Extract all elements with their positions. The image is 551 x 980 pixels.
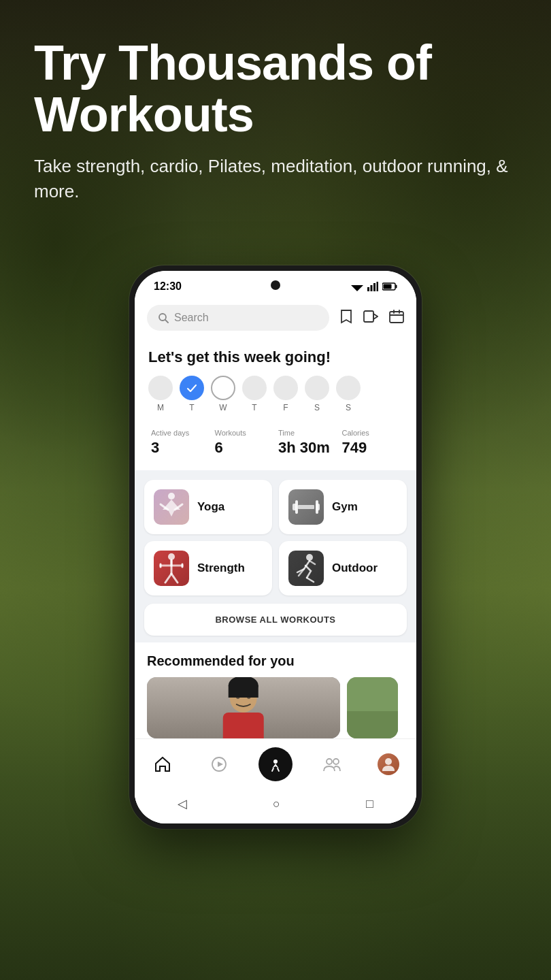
android-back[interactable]: ◁: [178, 796, 187, 811]
nav-activity[interactable]: [258, 747, 293, 781]
android-recent[interactable]: □: [366, 797, 373, 811]
svg-rect-26: [223, 713, 264, 738]
recommended-title: Recommended for you: [147, 653, 404, 669]
svg-marker-11: [373, 314, 378, 319]
stat-workouts: Workouts 6: [212, 429, 276, 457]
home-icon: [154, 757, 171, 772]
status-bar: 12:30: [135, 271, 416, 298]
stat-workouts-label: Workouts: [215, 429, 273, 437]
status-icons: [351, 282, 397, 291]
svg-line-9: [165, 320, 168, 323]
category-outdoor[interactable]: Outdoor: [279, 541, 407, 595]
phone-outer: 12:30: [129, 265, 422, 829]
search-input-wrap[interactable]: Search: [147, 305, 329, 331]
bottom-nav: [135, 738, 416, 788]
categories-section: Yoga: [135, 470, 416, 642]
svg-point-23: [306, 554, 313, 561]
svg-rect-19: [298, 505, 314, 509]
svg-point-38: [385, 758, 392, 765]
app-content: Search: [135, 298, 416, 823]
stats-row: Active days 3 Workouts 6 Time 3h 30m C: [148, 422, 403, 462]
svg-rect-1: [367, 287, 369, 291]
calendar-icon[interactable]: [389, 310, 404, 327]
day-item-T1[interactable]: T: [180, 376, 204, 412]
strength-name: Strength: [197, 561, 245, 575]
wifi-icon: [351, 282, 363, 291]
strength-thumb: [154, 551, 189, 586]
svg-marker-34: [218, 762, 223, 767]
week-days: M T: [148, 376, 403, 412]
stat-calories: Calories 749: [339, 429, 403, 457]
category-strength[interactable]: Strength: [144, 541, 272, 595]
recommended-image: [147, 677, 340, 738]
svg-marker-0: [351, 285, 363, 291]
play-icon: [211, 756, 227, 772]
stat-active-days-value: 3: [151, 439, 210, 457]
day-item-W[interactable]: W: [211, 376, 235, 412]
week-section: Let's get this week going! M: [135, 338, 416, 470]
svg-rect-10: [364, 311, 373, 322]
camera-notch: [271, 280, 280, 290]
day-item-M[interactable]: M: [148, 376, 173, 412]
nav-home[interactable]: [146, 747, 180, 781]
day-item-S2[interactable]: S: [336, 376, 361, 412]
stat-time-value: 3h 30m: [278, 439, 337, 457]
search-icon: [158, 312, 169, 323]
video-icon[interactable]: [363, 310, 378, 326]
stat-active-days: Active days 3: [148, 429, 212, 457]
week-greeting: Let's get this week going!: [148, 348, 403, 366]
stat-calories-label: Calories: [342, 429, 401, 437]
hero-subtitle: Take strength, cardio, Pilates, meditati…: [34, 154, 517, 203]
stat-calories-value: 749: [342, 439, 401, 457]
signal-icon: [367, 282, 378, 291]
recommended-card-main[interactable]: [147, 677, 340, 738]
nav-profile[interactable]: [371, 747, 405, 781]
activity-icon: [267, 756, 284, 772]
stat-active-days-label: Active days: [151, 429, 210, 437]
day-circle-T2: [242, 376, 267, 400]
yoga-thumb: [154, 489, 189, 525]
day-circle-S2: [336, 376, 361, 400]
bookmark-icon[interactable]: [340, 309, 352, 327]
profile-avatar-icon: [382, 757, 395, 772]
search-bar-row: Search: [135, 298, 416, 338]
svg-rect-12: [390, 312, 403, 323]
day-item-F[interactable]: F: [273, 376, 298, 412]
battery-icon: [382, 282, 397, 291]
category-gym[interactable]: Gym: [279, 480, 407, 534]
day-circle-F: [273, 376, 298, 400]
gym-name: Gym: [332, 500, 358, 514]
svg-rect-21: [316, 504, 320, 510]
gym-thumb: [288, 489, 324, 525]
day-circle-W: [211, 376, 235, 400]
svg-point-16: [168, 493, 175, 500]
outdoor-thumb: [288, 551, 324, 586]
day-circle-M: [148, 376, 173, 400]
day-label-T1: T: [189, 403, 194, 412]
svg-rect-30: [229, 685, 258, 698]
yoga-name: Yoga: [197, 500, 224, 514]
android-nav: ◁ ○ □: [135, 788, 416, 823]
svg-rect-18: [295, 500, 298, 514]
nav-play[interactable]: [202, 747, 236, 781]
category-yoga[interactable]: Yoga: [144, 480, 272, 534]
recommended-card-partial[interactable]: [347, 677, 399, 738]
svg-point-35: [273, 760, 278, 764]
day-label-M: M: [157, 403, 164, 412]
svg-rect-6: [396, 285, 397, 289]
android-home[interactable]: ○: [273, 797, 280, 811]
hero-section: Try Thousands of Workouts Take strength,…: [34, 37, 517, 203]
stat-workouts-value: 6: [215, 439, 273, 457]
recommended-row: [147, 677, 404, 738]
svg-point-36: [327, 759, 332, 764]
stat-time-label: Time: [278, 429, 337, 437]
status-time: 12:30: [154, 280, 182, 293]
day-item-S1[interactable]: S: [305, 376, 329, 412]
day-item-T2[interactable]: T: [242, 376, 267, 412]
nav-community[interactable]: [315, 747, 349, 781]
hero-title: Try Thousands of Workouts: [34, 37, 517, 140]
browse-all-button[interactable]: BROWSE ALL WORKOUTS: [144, 604, 407, 636]
stat-time: Time 3h 30m: [276, 429, 339, 457]
categories-grid: Yoga: [144, 480, 407, 595]
outdoor-name: Outdoor: [332, 561, 378, 575]
